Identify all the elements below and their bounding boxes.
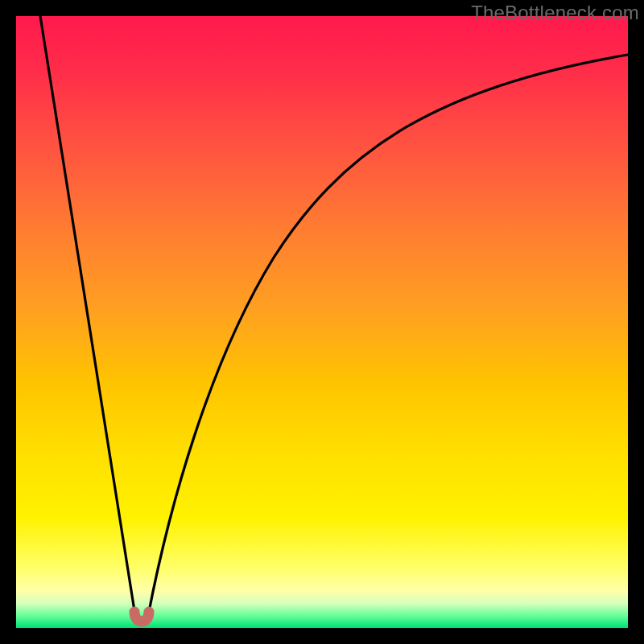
plot-area bbox=[16, 16, 628, 628]
left-branch-path bbox=[40, 16, 135, 616]
right-branch-path bbox=[148, 55, 628, 616]
chart-frame: TheBottleneck.com bbox=[0, 0, 644, 644]
trough-marker-path bbox=[134, 612, 149, 621]
watermark-text: TheBottleneck.com bbox=[471, 2, 639, 24]
curve-layer bbox=[16, 16, 628, 628]
